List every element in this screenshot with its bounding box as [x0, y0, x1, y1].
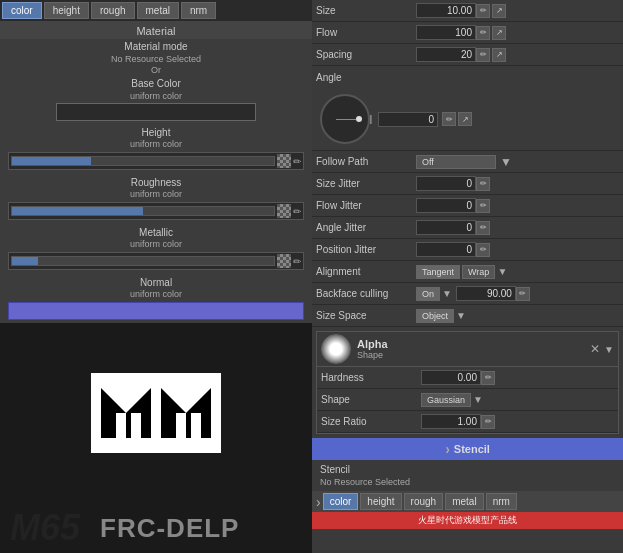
shape-dropdown[interactable]: Gaussian [421, 393, 471, 407]
logo-box [91, 373, 221, 453]
position-jitter-row: Position Jitter ✏ [312, 239, 623, 261]
angle-jitter-pencil[interactable]: ✏ [476, 221, 490, 235]
mat-tab-metal[interactable]: metal [445, 493, 483, 510]
flow-jitter-label: Flow Jitter [316, 200, 416, 211]
flow-jitter-input[interactable] [416, 198, 476, 213]
tab-color[interactable]: color [2, 2, 42, 19]
alignment-tangent-btn[interactable]: Tangent [416, 265, 460, 279]
left-tab-bar: color height rough metal nrm [0, 0, 312, 21]
backface-on-btn[interactable]: On [416, 287, 440, 301]
follow-path-chevron: ▼ [500, 155, 512, 169]
size-edit-pencil[interactable]: ✏ [476, 4, 490, 18]
angle-edit-pencil[interactable]: ✏ [442, 112, 456, 126]
angle-input[interactable] [378, 112, 438, 127]
alpha-close-icon[interactable]: ✕ [590, 342, 600, 356]
backface-chevron: ▼ [442, 288, 452, 299]
height-checker-icon [277, 154, 291, 168]
svg-rect-7 [191, 413, 201, 438]
hardness-input[interactable] [421, 370, 481, 385]
spacing-edit-pencil[interactable]: ✏ [476, 48, 490, 62]
normal-bar[interactable] [8, 302, 304, 320]
svg-rect-3 [131, 413, 141, 438]
material-mode-label: Material mode [0, 39, 312, 54]
height-pencil-icon[interactable]: ✏ [293, 156, 301, 167]
shape-row: Shape Gaussian ▼ [317, 389, 618, 411]
logo-svg [96, 378, 216, 448]
metallic-checker-icon [277, 254, 291, 268]
size-ratio-pencil[interactable]: ✏ [481, 415, 495, 429]
tab-nrm[interactable]: nrm [181, 2, 216, 19]
metallic-sublabel: uniform color [8, 239, 304, 251]
size-jitter-pencil[interactable]: ✏ [476, 177, 490, 191]
right-panel: Size ✏ ↗ Flow ✏ ↗ Spacing ✏ ↗ Angle [312, 0, 623, 553]
base-color-sublabel: uniform color [0, 91, 312, 101]
height-sublabel: uniform color [8, 139, 304, 151]
or-text: Or [0, 64, 312, 76]
angle-jitter-row: Angle Jitter ✏ [312, 217, 623, 239]
angle-line [336, 119, 356, 120]
flow-edit-pencil[interactable]: ✏ [476, 26, 490, 40]
base-color-swatch-row [0, 101, 312, 123]
stencil-label: Stencil [320, 462, 615, 477]
alpha-subtitle: Shape [357, 350, 590, 360]
spacing-edit-curve[interactable]: ↗ [492, 48, 506, 62]
alpha-chevron-icon[interactable]: ▼ [604, 344, 614, 355]
angle-dot [356, 116, 362, 122]
follow-path-dropdown[interactable]: Off [416, 155, 496, 169]
angle-label: Angle [316, 72, 416, 83]
alignment-buttons: Tangent Wrap [416, 265, 495, 279]
metallic-slider[interactable]: ✏ [8, 252, 304, 270]
roughness-pencil-icon[interactable]: ✏ [293, 206, 301, 217]
flow-edit-curve[interactable]: ↗ [492, 26, 506, 40]
watermark: 火星时代游戏模型产品线 [312, 512, 623, 529]
size-input[interactable] [416, 3, 476, 18]
position-jitter-input[interactable] [416, 242, 476, 257]
flow-input[interactable] [416, 25, 476, 40]
size-space-dropdown[interactable]: Object [416, 309, 454, 323]
hardness-pencil[interactable]: ✏ [481, 371, 495, 385]
mat-tab-nrm[interactable]: nrm [486, 493, 517, 510]
stencil-bar[interactable]: › Stencil [312, 438, 623, 460]
size-jitter-input[interactable] [416, 176, 476, 191]
tab-height[interactable]: height [44, 2, 89, 19]
tab-rough[interactable]: rough [91, 2, 135, 19]
alignment-label: Alignment [316, 266, 416, 277]
height-slider[interactable]: ✏ [8, 152, 304, 170]
follow-path-row: Follow Path Off ▼ [312, 151, 623, 173]
angle-widget[interactable]: | [320, 94, 370, 144]
angle-edit-curve[interactable]: ↗ [458, 112, 472, 126]
metallic-label: Metallic [8, 225, 304, 239]
mat-tab-color[interactable]: color [323, 493, 359, 510]
backface-label: Backface culling [316, 288, 416, 299]
material-chevron-icon: › [316, 494, 321, 510]
flow-row: Flow ✏ ↗ [312, 22, 623, 44]
height-label: Height [8, 125, 304, 139]
alpha-preview [321, 334, 351, 364]
bottom-text-area: M65 FRC-DELP [0, 503, 312, 553]
backface-value-input[interactable] [456, 286, 516, 301]
size-ratio-input[interactable] [421, 414, 481, 429]
metallic-section: Metallic uniform color ✏ [0, 223, 312, 273]
alignment-wrap-btn[interactable]: Wrap [462, 265, 495, 279]
spacing-input[interactable] [416, 47, 476, 62]
roughness-label: Roughness [8, 175, 304, 189]
alignment-chevron: ▼ [497, 266, 507, 277]
flow-jitter-pencil[interactable]: ✏ [476, 199, 490, 213]
backface-pencil[interactable]: ✏ [516, 287, 530, 301]
size-ratio-row: Size Ratio ✏ [317, 411, 618, 433]
roughness-slider[interactable]: ✏ [8, 202, 304, 220]
angle-jitter-input[interactable] [416, 220, 476, 235]
tab-metal[interactable]: metal [137, 2, 179, 19]
follow-path-label: Follow Path [316, 156, 416, 167]
m65-text: M65 [10, 507, 80, 549]
shape-label: Shape [321, 394, 421, 405]
angle-section: Angle | ✏ ↗ [312, 66, 623, 151]
size-edit-curve[interactable]: ↗ [492, 4, 506, 18]
stencil-bar-label: Stencil [454, 443, 490, 455]
spacing-row: Spacing ✏ ↗ [312, 44, 623, 66]
metallic-pencil-icon[interactable]: ✏ [293, 256, 301, 267]
position-jitter-pencil[interactable]: ✏ [476, 243, 490, 257]
base-color-swatch[interactable] [56, 103, 256, 121]
mat-tab-rough[interactable]: rough [404, 493, 444, 510]
mat-tab-height[interactable]: height [360, 493, 401, 510]
